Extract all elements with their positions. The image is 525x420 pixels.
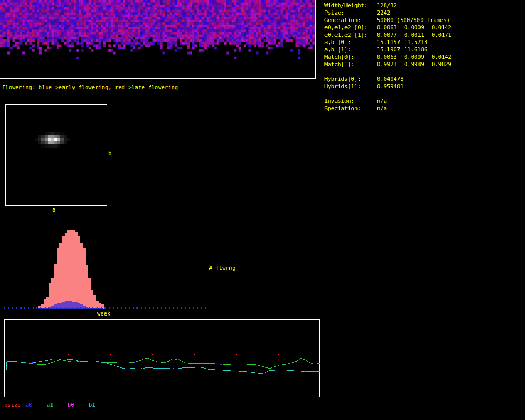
hist-bar-late [44,299,46,309]
ab-plot-x-axis-label: a [52,206,55,213]
stats-value: 0.959401 [377,83,404,89]
week-axis-tick [133,307,134,309]
stats-value: 2242 [377,9,404,16]
stats-row: Width/Height:128/32 [324,2,459,9]
series-dot-a0 [32,362,33,363]
week-axis-tick [40,307,41,309]
hist-bar-late [80,243,83,309]
series-line-a1 [7,358,320,369]
stats-row [324,68,459,76]
week-axis-tick [193,307,194,309]
week-axis-tick [45,307,46,309]
hist-bar-late [51,278,54,309]
week-axis-tick [97,307,98,309]
hist-bar-early [88,308,91,309]
hist-bar-late [83,248,86,309]
week-axis-tick [113,307,114,309]
week-axis-tick [157,307,158,309]
hist-bar-early [62,302,65,309]
hist-bar-early [59,303,62,309]
hist-bar-late [99,303,101,309]
stats-row: e0,e1,e2 [1]:0.00770.00110.0171 [324,32,459,39]
week-axis-tick [136,307,138,309]
week-axis-tick [12,307,13,309]
week-axis-tick [173,307,174,309]
legend-b0: b0 [68,402,75,408]
hist-bar-late [65,233,67,309]
population-grid-panel [0,0,316,79]
series-dot-b0 [50,359,51,360]
hist-bar-late [86,265,88,309]
hist-bar-late [62,236,65,309]
hist-bar-late [96,301,99,309]
week-axis-tick [52,307,54,309]
week-axis-tick [189,307,190,309]
week-axis-tick [129,307,130,309]
hist-bar-early [54,304,57,309]
week-axis-tick [36,307,37,309]
ab-density-blob-canvas [6,105,106,204]
series-dot-b0 [242,371,243,372]
week-axis-tick [80,307,81,309]
stats-value: n/a [377,98,404,104]
stats-row: Invasion:n/a [324,98,459,105]
flowering-caption: Flowering: blue->early flowering, red->l… [2,84,178,91]
legend-a0: a0 [26,402,33,408]
stats-value: 0.0142 [432,54,459,60]
week-axis-tick [153,307,154,309]
stats-row: a,b [0]:15.115711.5713 [324,39,459,46]
hist-bar-late [75,232,78,309]
week-axis-tick [101,307,102,309]
legend-a1: a1 [47,402,54,408]
week-axis-tick [141,307,142,309]
hist-bar-early [75,302,78,309]
population-grid-canvas [0,0,315,78]
week-axis-tick [92,307,93,309]
stats-value: 15.1157 [377,39,404,45]
stats-label: a,b [1]: [324,46,377,52]
ab-plot-y-axis-label: b [108,150,111,157]
week-axis-tick [8,307,9,309]
week-axis-tick [48,307,49,309]
week-axis-line [38,308,103,309]
hist-bar-early [57,303,59,309]
hist-bar-late [72,230,75,309]
hist-bar-late [38,306,41,309]
hist-bar-early [70,301,72,309]
hist-bar-late [70,230,72,309]
stats-row: Psize:2242 [324,9,459,17]
week-axis-tick [85,307,86,309]
stats-value: 11.5713 [404,39,432,45]
week-axis-tick [205,307,206,309]
series-dot-b0 [173,368,174,369]
stats-row: Match[0]:0.00630.00090.0142 [324,54,459,61]
hist-bar-late [91,290,93,309]
stats-label: Match[0]: [324,54,377,60]
hist-bar-early [49,307,51,309]
series-dot-a0 [79,361,80,362]
stats-row: e0,e1,e2 [0]:0.00630.00090.0142 [324,24,459,32]
timeseries-chart [0,315,525,420]
stats-label: e0,e1,e2 [0]: [324,24,377,30]
week-axis-tick [72,307,74,309]
week-axis-tick [77,307,78,309]
hist-bar-late [67,230,70,309]
series-dot-a0 [178,359,180,360]
week-axis-tick [65,307,66,309]
stats-label: e0,e1,e2 [1]: [324,32,377,38]
stats-value: 15.1907 [377,46,404,52]
stats-value: 0.0009 [404,24,432,30]
series-dot-a0 [265,367,266,368]
simulation-app-window: { "colors": { "background": "#000000", "… [0,0,525,420]
legend-psize: psize [4,402,21,408]
week-axis-tick [121,307,122,309]
week-axis-tick [117,307,118,309]
stats-label: Width/Height: [324,2,377,8]
week-axis-tick [197,307,198,309]
stats-value: 0.9989 [404,61,432,67]
stats-row [324,90,459,98]
hist-bar-early [65,301,67,309]
stats-value: 0.0063 [377,54,404,60]
hist-bar-early [78,303,80,309]
week-axis-tick [20,307,22,309]
